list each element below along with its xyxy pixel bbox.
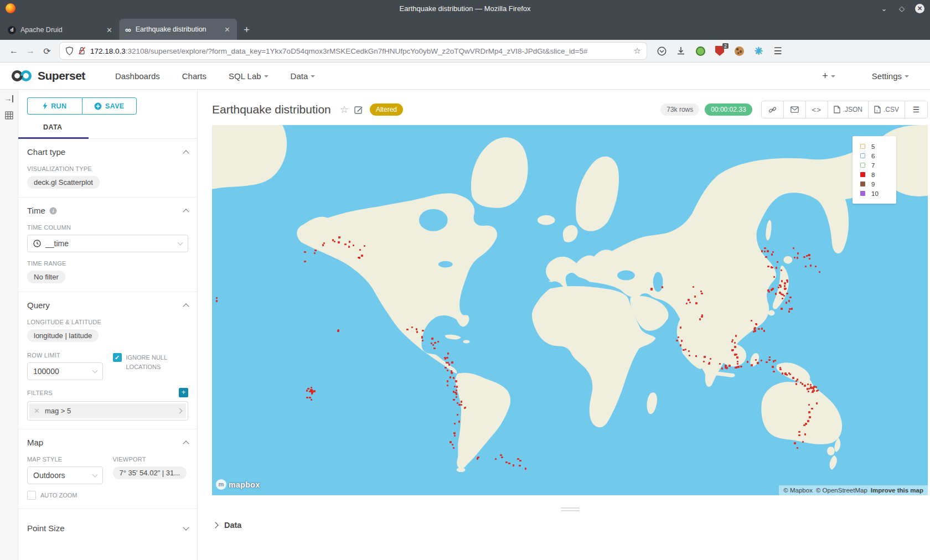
edit-properties-icon[interactable] bbox=[354, 105, 363, 114]
time-column-select[interactable]: __time bbox=[27, 235, 188, 252]
earthquake-dot bbox=[816, 390, 818, 392]
query-timer-badge: 00:00:02.33 bbox=[705, 103, 752, 116]
embed-code-button[interactable]: <> bbox=[806, 101, 828, 118]
attribution-improve-link[interactable]: Improve this map bbox=[871, 487, 923, 494]
tab-close-icon[interactable]: ✕ bbox=[105, 26, 113, 34]
run-button[interactable]: RUN bbox=[27, 97, 82, 115]
earthquake-dot bbox=[464, 407, 466, 408]
filter-chip[interactable]: ✕ mag > 5 bbox=[29, 403, 186, 418]
tracking-shield-icon[interactable] bbox=[65, 46, 74, 55]
map-style-select[interactable]: Outdoors bbox=[27, 466, 103, 484]
earthquake-dot bbox=[416, 328, 417, 330]
cookie-extension-icon[interactable] bbox=[734, 46, 744, 56]
favorite-star-icon[interactable]: ☆ bbox=[340, 103, 349, 116]
earthquake-dot bbox=[446, 357, 448, 359]
pocket-icon[interactable] bbox=[657, 46, 666, 56]
window-maximize-icon[interactable]: ◇ bbox=[897, 4, 906, 13]
earthquake-dot bbox=[416, 331, 418, 333]
legend-row[interactable]: 9 bbox=[860, 179, 896, 189]
save-button[interactable]: SAVE bbox=[82, 97, 137, 115]
email-button[interactable] bbox=[784, 101, 806, 118]
window-minimize-icon[interactable]: ⌄ bbox=[880, 4, 888, 13]
nav-sql-lab[interactable]: SQL Lab bbox=[229, 71, 268, 81]
extension-asterisk-icon[interactable]: ✳ bbox=[753, 46, 763, 56]
earthquake-dot bbox=[517, 458, 519, 460]
link-icon bbox=[768, 106, 777, 114]
data-collapse-header[interactable]: Data bbox=[212, 513, 928, 530]
share-link-button[interactable] bbox=[762, 101, 784, 118]
privacy-badger-icon[interactable] bbox=[695, 46, 705, 56]
legend-row[interactable]: 5 bbox=[860, 142, 896, 151]
settings-menu[interactable]: Settings bbox=[872, 71, 909, 81]
window-close-icon[interactable]: ✕ bbox=[915, 4, 924, 13]
earthquake-dot bbox=[689, 355, 690, 356]
earthquake-dot bbox=[447, 380, 448, 382]
earthquake-dot bbox=[312, 390, 313, 392]
new-tab-button[interactable]: + bbox=[237, 20, 256, 40]
section-header-point-size[interactable]: Point Size bbox=[27, 522, 188, 534]
earthquake-dot bbox=[678, 336, 679, 338]
deckgl-map[interactable]: 5678910 m mapbox © Mapbox © OpenStreetMa… bbox=[212, 125, 928, 495]
url-text[interactable]: 172.18.0.3:32108/superset/explore/?form_… bbox=[90, 47, 629, 55]
reload-button[interactable]: ⟳ bbox=[39, 46, 55, 56]
browser-menu-icon[interactable]: ☰ bbox=[773, 46, 783, 56]
tab-apache-druid[interactable]: d Apache Druid ✕ bbox=[2, 20, 120, 40]
ublock-icon[interactable]: 2 bbox=[715, 46, 725, 56]
back-button[interactable]: ← bbox=[6, 46, 22, 56]
legend-label: 8 bbox=[871, 172, 875, 178]
legend-row[interactable]: 8 bbox=[860, 170, 896, 179]
downloads-icon[interactable] bbox=[676, 46, 686, 56]
tab-data[interactable]: DATA bbox=[43, 123, 62, 131]
legend-row[interactable]: 7 bbox=[860, 160, 896, 170]
nav-data[interactable]: Data bbox=[291, 71, 316, 81]
mapbox-logo[interactable]: m mapbox bbox=[216, 479, 260, 490]
collapse-panel-icon[interactable]: → bbox=[4, 95, 13, 102]
ignore-null-checkbox-row[interactable]: ✓ IGNORE NULL LOCATIONS bbox=[113, 353, 189, 371]
remove-filter-icon[interactable]: ✕ bbox=[34, 407, 40, 415]
section-header-time[interactable]: Time i bbox=[27, 205, 188, 216]
section-header-query[interactable]: Query bbox=[27, 299, 188, 311]
earthquake-dot bbox=[437, 341, 439, 343]
bookmark-star-icon[interactable]: ☆ bbox=[634, 46, 641, 56]
auto-zoom-checkbox[interactable] bbox=[27, 491, 36, 500]
viewport-chip[interactable]: 7° 35' 54.02" | 31... bbox=[113, 466, 187, 479]
url-host: 172.18.0.3 bbox=[90, 47, 126, 55]
tab-earthquake-distribution[interactable]: ∞ Earthquake distribution ✕ bbox=[120, 19, 237, 40]
insecure-lock-icon[interactable] bbox=[78, 46, 86, 55]
legend-row[interactable]: 6 bbox=[860, 151, 896, 160]
nav-dashboards[interactable]: Dashboards bbox=[115, 71, 160, 81]
export-csv-button[interactable]: x .CSV bbox=[869, 101, 905, 118]
filter-value: mag > 5 bbox=[45, 407, 71, 415]
lonlat-chip[interactable]: longitude | latitude bbox=[27, 329, 99, 342]
forward-button[interactable]: → bbox=[22, 46, 39, 56]
earthquake-dot bbox=[810, 384, 812, 386]
earthquake-dot bbox=[313, 390, 315, 392]
ignore-null-checkbox[interactable]: ✓ bbox=[113, 353, 122, 362]
earthquake-dot bbox=[788, 372, 790, 374]
viz-type-label: VISUALIZATION TYPE bbox=[27, 165, 188, 172]
auto-zoom-checkbox-row[interactable]: AUTO ZOOM bbox=[27, 491, 103, 500]
time-range-chip[interactable]: No filter bbox=[27, 271, 65, 283]
attribution-mapbox[interactable]: © Mapbox bbox=[783, 487, 813, 494]
row-limit-select[interactable]: 100000 bbox=[27, 362, 103, 380]
superset-brand[interactable]: Superset bbox=[10, 69, 85, 82]
earthquake-dot bbox=[786, 374, 788, 376]
tab-close-icon[interactable]: ✕ bbox=[223, 25, 231, 34]
panel-drag-handle[interactable] bbox=[561, 507, 580, 511]
earthquake-dot bbox=[693, 286, 694, 288]
chart-menu-button[interactable]: ☰ bbox=[905, 101, 927, 118]
legend-row[interactable]: 10 bbox=[860, 189, 896, 198]
section-header-map[interactable]: Map bbox=[27, 437, 188, 448]
url-bar[interactable]: 172.18.0.3:32108/superset/explore/?form_… bbox=[60, 43, 647, 59]
section-header-chart-type[interactable]: Chart type bbox=[27, 146, 188, 158]
attribution-osm[interactable]: © OpenStreetMap bbox=[816, 487, 867, 494]
dataset-grid-icon[interactable] bbox=[5, 111, 13, 120]
viz-type-chip[interactable]: deck.gl Scatterplot bbox=[27, 176, 100, 189]
export-json-button[interactable]: .JSON bbox=[828, 101, 869, 118]
earthquake-dot bbox=[764, 251, 766, 252]
add-filter-button[interactable]: + bbox=[179, 388, 188, 397]
earthquake-dot bbox=[694, 295, 696, 297]
earthquake-dot bbox=[704, 356, 705, 357]
nav-charts[interactable]: Charts bbox=[182, 71, 206, 81]
new-item-button[interactable]: + bbox=[822, 70, 835, 82]
